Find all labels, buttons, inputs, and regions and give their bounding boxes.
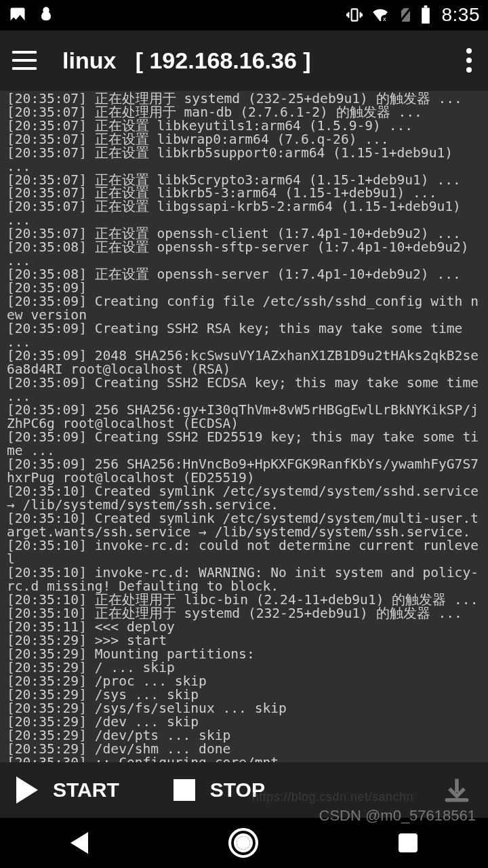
vibrate-icon [346,6,363,24]
nav-home-button[interactable] [228,828,258,858]
play-icon [16,776,38,804]
watermark: CSDN @m0_57618561 [319,807,476,825]
svg-rect-5 [424,5,427,8]
stop-button[interactable]: STOP [174,778,265,802]
page-title: linux [ 192.168.16.36 ] [62,47,311,74]
status-clock: 8:35 [442,4,481,26]
app-toolbar: linux [ 192.168.16.36 ] [0,31,488,91]
no-sim-icon [397,6,413,24]
svg-text:x: x [383,16,386,22]
start-button[interactable]: START [16,776,119,804]
wifi-icon: x [370,6,390,24]
svg-rect-4 [422,8,430,24]
profile-name: linux [62,47,116,73]
battery-icon [420,5,431,24]
nav-back-button[interactable] [70,832,88,854]
nav-recent-button[interactable] [399,833,418,852]
stop-icon [174,779,195,801]
image-notif-icon [8,5,27,24]
menu-button[interactable] [12,51,37,70]
svg-rect-0 [351,9,357,21]
overflow-menu-button[interactable] [462,44,476,77]
download-button[interactable] [442,775,472,805]
profile-ip: [ 192.168.16.36 ] [136,47,311,73]
watermark-faint: https://blog.csdn.net/sanchn [252,790,413,804]
android-nav-bar [0,818,488,868]
start-label: START [53,778,119,802]
terminal-output[interactable]: [20:35:07] 正在处理用于 systemd (232-25+deb9u1… [0,91,488,763]
app-notif-icon [37,5,56,24]
download-icon [442,775,472,805]
status-bar: x 8:35 [0,0,488,31]
